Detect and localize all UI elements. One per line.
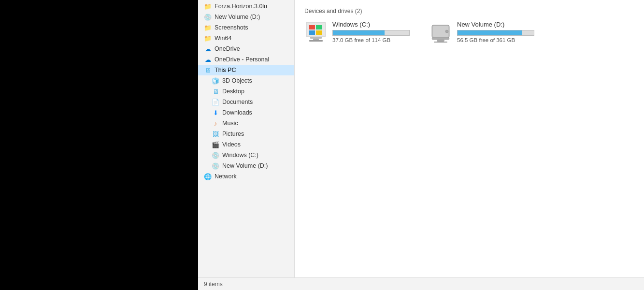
sidebar-item-label: New Volume (D:) (222, 162, 268, 169)
svg-rect-5 (310, 37, 322, 39)
sidebar-item-label: Screenshots (215, 24, 248, 31)
sidebar-item-forza[interactable]: 📁 Forza.Horizon.3.0lu (198, 1, 294, 12)
folder-icon: 📁 (204, 2, 212, 10)
sidebar-item-label: Downloads (222, 109, 252, 116)
videos-icon: 🎬 (212, 141, 219, 148)
drive-icon-large-c (304, 20, 328, 44)
sidebar-item-onedrive-personal[interactable]: ☁ OneDrive - Personal (198, 54, 294, 65)
thispc-icon: 🖥 (204, 66, 212, 74)
svg-rect-1 (309, 25, 315, 29)
sidebar-item-label: This PC (215, 67, 236, 73)
onedrive-icon: ☁ (204, 56, 212, 63)
sidebar-item-label: Music (222, 120, 238, 127)
svg-point-10 (445, 30, 448, 33)
svg-rect-13 (434, 42, 447, 43)
drive-visual: New Volume (D:) 56.5 GB free of 361 GB (429, 20, 534, 44)
drive-d-free-text: 56.5 GB free of 361 GB (457, 37, 534, 43)
sidebar-item-label: OneDrive - Personal (215, 56, 269, 63)
items-count: 9 items (204, 281, 223, 288)
svg-rect-4 (316, 30, 322, 35)
drive-c-free-text: 37.0 GB free of 114 GB (332, 37, 410, 43)
sidebar-item-new-volume-d[interactable]: 💿 New Volume (D:) (198, 160, 294, 171)
sidebar-item-onedrive[interactable]: ☁ OneDrive (198, 44, 294, 54)
black-background (0, 0, 198, 290)
drive-d-bar-fill (458, 30, 522, 35)
network-icon: 🌐 (204, 173, 212, 180)
downloads-icon: ⬇ (212, 109, 219, 116)
drive-c-bar-fill (333, 30, 385, 35)
sidebar-item-videos[interactable]: 🎬 Videos (198, 139, 294, 150)
drive-d-info: New Volume (D:) 56.5 GB free of 361 GB (457, 21, 534, 43)
svg-rect-3 (309, 30, 315, 35)
sidebar-item-music[interactable]: ♪ Music (198, 118, 294, 129)
onedrive-icon: ☁ (204, 45, 212, 53)
pictures-icon: 🖼 (212, 130, 219, 138)
sidebar-item-documents[interactable]: 📄 Documents (198, 97, 294, 107)
sidebar-item-label: Forza.Horizon.3.0lu (215, 3, 267, 10)
folder-icon: 📁 (204, 34, 212, 42)
documents-icon: 📄 (212, 98, 219, 106)
sidebar-item-label: Win64 (215, 35, 231, 42)
drive-visual: Windows (C:) 37.0 GB free of 114 GB (304, 20, 410, 44)
sidebar-item-label: Windows (C:) (222, 152, 258, 159)
3dobjects-icon: 🧊 (212, 77, 219, 85)
drive-icon-large-d (429, 20, 452, 44)
status-bar: 9 items (198, 277, 644, 290)
sidebar-item-win64[interactable]: 📁 Win64 (198, 33, 294, 44)
drive-item-windows-c[interactable]: Windows (C:) 37.0 GB free of 114 GB (304, 20, 410, 46)
sidebar-item-pictures[interactable]: 🖼 Pictures (198, 129, 294, 139)
drive-icon: 💿 (212, 151, 219, 159)
svg-rect-6 (313, 39, 319, 40)
music-icon: ♪ (212, 119, 219, 127)
devices-section-header: Devices and drives (2) (304, 8, 634, 14)
main-content-area: Devices and drives (2) (295, 0, 644, 277)
drives-grid: Windows (C:) 37.0 GB free of 114 GB (304, 20, 634, 46)
sidebar-item-label: OneDrive (215, 45, 240, 52)
desktop-icon: 🖥 (212, 87, 219, 95)
file-explorer-window: 📁 Forza.Horizon.3.0lu 💿 New Volume (D:) … (198, 0, 644, 290)
drive-c-info: Windows (C:) 37.0 GB free of 114 GB (332, 21, 410, 43)
drive-c-name: Windows (C:) (332, 21, 410, 28)
sidebar-item-label: 3D Objects (222, 77, 252, 84)
sidebar-item-network[interactable]: 🌐 Network (198, 171, 294, 182)
sidebar-item-label: Desktop (222, 88, 244, 95)
svg-rect-7 (309, 40, 323, 42)
navigation-sidebar: 📁 Forza.Horizon.3.0lu 💿 New Volume (D:) … (198, 0, 295, 277)
folder-icon: 📁 (204, 24, 212, 31)
sidebar-item-label: Network (215, 173, 237, 180)
sidebar-item-label: New Volume (D:) (215, 14, 260, 20)
sidebar-item-label: Videos (222, 141, 241, 148)
svg-rect-12 (437, 40, 444, 42)
sidebar-item-this-pc[interactable]: 🖥 This PC (198, 65, 294, 75)
sidebar-item-3d-objects[interactable]: 🧊 3D Objects (198, 75, 294, 86)
drive-d-name: New Volume (D:) (457, 21, 534, 28)
sidebar-item-label: Pictures (222, 130, 244, 137)
sidebar-item-desktop[interactable]: 🖥 Desktop (198, 86, 294, 97)
sidebar-item-screenshots[interactable]: 📁 Screenshots (198, 22, 294, 33)
sidebar-item-windows-c[interactable]: 💿 Windows (C:) (198, 150, 294, 160)
drive-c-bar-container (332, 30, 410, 36)
sidebar-item-downloads[interactable]: ⬇ Downloads (198, 107, 294, 118)
drive-d-bar-container (457, 30, 534, 36)
sidebar-item-label: Documents (222, 99, 253, 105)
svg-rect-11 (432, 38, 449, 40)
sidebar-item-new-volume-d-top[interactable]: 💿 New Volume (D:) (198, 12, 294, 22)
drive-icon: 💿 (204, 13, 212, 21)
svg-rect-2 (316, 25, 322, 29)
drive-item-new-volume-d[interactable]: New Volume (D:) 56.5 GB free of 361 GB (429, 20, 534, 46)
drive-icon: 💿 (212, 162, 219, 170)
